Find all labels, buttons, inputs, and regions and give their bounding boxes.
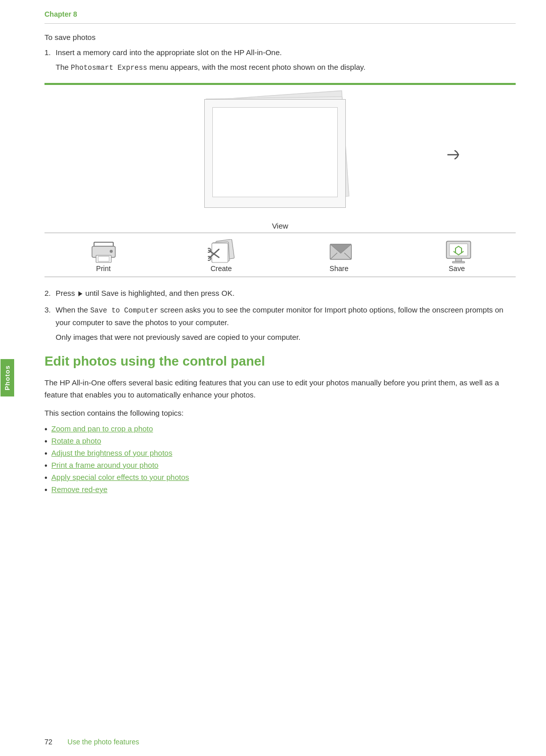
cursor-icon bbox=[445, 146, 465, 167]
menu-item-save-label: Save bbox=[449, 264, 465, 273]
step-3: 3. When the Save to Computer screen asks… bbox=[44, 304, 516, 343]
step-1-sub: The Photosmart Express menu appears, wit… bbox=[56, 61, 516, 74]
numbered-steps: 1. Insert a memory card into the appropr… bbox=[44, 47, 516, 74]
step-1-number: 1. bbox=[44, 47, 56, 74]
bullet-icon: • bbox=[44, 473, 48, 482]
topic-link-2[interactable]: Adjust the brightness of your photos bbox=[52, 449, 172, 457]
list-item: • Apply special color effects to your ph… bbox=[44, 473, 516, 482]
section-heading: To save photos bbox=[44, 33, 516, 41]
menu-item-create-label: Create bbox=[210, 264, 232, 273]
menu-item-share: Share bbox=[309, 239, 370, 273]
bullet-icon: • bbox=[44, 425, 48, 434]
photo-inner-border bbox=[212, 107, 338, 197]
step-1-main: Insert a memory card into the appropriat… bbox=[56, 48, 282, 57]
menu-item-print-label: Print bbox=[96, 264, 111, 273]
photo-stack bbox=[204, 95, 356, 211]
bullet-icon: • bbox=[44, 437, 48, 446]
sidebar-label: Photos bbox=[1, 359, 14, 396]
step-2-main: Press until Save is highlighted, and the… bbox=[56, 289, 235, 297]
footer: 72 Use the photo features bbox=[14, 738, 546, 746]
main-content: Chapter 8 To save photos 1. Insert a mem… bbox=[14, 0, 546, 525]
menu-item-share-label: Share bbox=[330, 264, 348, 273]
menu-item-save: Save bbox=[427, 239, 487, 273]
step-2-number: 2. bbox=[44, 287, 56, 299]
step-3-main: When the Save to Computer screen asks yo… bbox=[56, 305, 504, 327]
list-item: • Remove red-eye bbox=[44, 485, 516, 495]
bullet-icon: • bbox=[44, 485, 48, 495]
topic-link-5[interactable]: Remove red-eye bbox=[52, 485, 108, 494]
bullet-icon: • bbox=[44, 461, 48, 470]
step-1: 1. Insert a memory card into the appropr… bbox=[44, 47, 516, 74]
steps-2-3: 2. Press until Save is highlighted, and … bbox=[44, 287, 516, 343]
svg-rect-1 bbox=[94, 242, 113, 246]
step-3-sub: Only images that were not previously sav… bbox=[56, 331, 516, 343]
save-icon bbox=[443, 239, 471, 261]
step-2: 2. Press until Save is highlighted, and … bbox=[44, 287, 516, 299]
svg-rect-19 bbox=[456, 258, 462, 261]
sidebar: Photos bbox=[0, 0, 14, 756]
svg-rect-5 bbox=[98, 256, 109, 261]
list-item: • Adjust the brightness of your photos bbox=[44, 449, 516, 458]
print-icon bbox=[90, 241, 117, 261]
footer-page-text: Use the photo features bbox=[68, 738, 140, 746]
footer-page-number: 72 bbox=[44, 738, 53, 746]
topic-link-3[interactable]: Print a frame around your photo bbox=[52, 461, 159, 469]
body-paragraph: The HP All-in-One offers several basic e… bbox=[44, 377, 516, 401]
list-item: • Zoom and pan to crop a photo bbox=[44, 424, 516, 434]
step-3-number: 3. bbox=[44, 304, 56, 343]
topic-link-0[interactable]: Zoom and pan to crop a photo bbox=[52, 424, 153, 433]
photo-display-area bbox=[44, 85, 516, 216]
topic-link-4[interactable]: Apply special color effects to your phot… bbox=[52, 473, 189, 481]
menu-bar: Print Create bbox=[44, 233, 516, 277]
create-icon bbox=[208, 239, 235, 261]
chapter-label: Chapter 8 bbox=[44, 10, 516, 18]
share-icon bbox=[328, 239, 350, 261]
view-label: View bbox=[44, 216, 516, 233]
topics-list: • Zoom and pan to crop a photo • Rotate … bbox=[44, 424, 516, 495]
photo-card-front bbox=[204, 99, 346, 208]
menu-item-print: Print bbox=[73, 241, 134, 273]
svg-point-4 bbox=[110, 250, 113, 253]
list-item: • Print a frame around your photo bbox=[44, 461, 516, 470]
svg-rect-20 bbox=[452, 261, 465, 263]
svg-rect-18 bbox=[449, 244, 468, 256]
topic-link-1[interactable]: Rotate a photo bbox=[52, 436, 101, 445]
section-title: Edit photos using the control panel bbox=[44, 353, 516, 370]
bullet-icon: • bbox=[44, 449, 48, 458]
top-border-line bbox=[44, 23, 516, 24]
topics-intro: This section contains the following topi… bbox=[44, 407, 516, 419]
menu-item-create: Create bbox=[191, 239, 252, 273]
list-item: • Rotate a photo bbox=[44, 436, 516, 446]
